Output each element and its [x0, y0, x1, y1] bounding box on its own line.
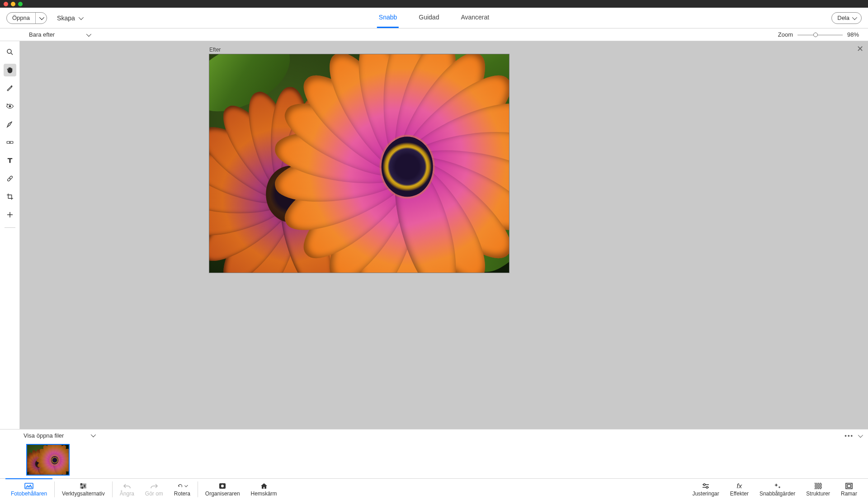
- adjustments-label: Justeringar: [692, 491, 719, 497]
- photo-bin-collapse-button[interactable]: [858, 432, 862, 439]
- move-tool[interactable]: [4, 208, 16, 221]
- rotate-button[interactable]: Rotera: [169, 479, 196, 500]
- spot-heal-tool[interactable]: [4, 172, 16, 185]
- photo-bin-header: Visa öppna filer •••: [0, 429, 868, 441]
- home-button[interactable]: Hemskärm: [245, 479, 283, 500]
- frame-icon: [845, 483, 853, 489]
- organizer-icon: [218, 482, 226, 490]
- chevron-down-icon: [852, 14, 857, 19]
- view-mode-dropdown[interactable]: Bara efter: [29, 31, 90, 38]
- document-thumbnail[interactable]: [26, 444, 70, 476]
- share-label: Dela: [837, 14, 849, 21]
- svg-point-13: [703, 484, 705, 486]
- photo-bin-label: Fotobehållaren: [11, 491, 47, 497]
- tab-quick[interactable]: Snabb: [377, 8, 399, 28]
- text-icon: [6, 156, 14, 165]
- organizer-label: Organiseraren: [205, 491, 240, 497]
- create-button[interactable]: Skapa: [57, 14, 82, 22]
- redo-button[interactable]: Gör om: [140, 479, 169, 500]
- crop-tool[interactable]: [4, 190, 16, 203]
- tab-advanced[interactable]: Avancerat: [459, 8, 491, 28]
- textures-button[interactable]: Strukturer: [801, 479, 835, 500]
- zoom-tool[interactable]: [4, 46, 16, 58]
- chevron-down-icon: [86, 31, 91, 36]
- zoom-control: Zoom 98%: [778, 31, 859, 38]
- whiten-teeth-tool[interactable]: [4, 118, 16, 131]
- photo-bin-more-button[interactable]: •••: [844, 432, 854, 439]
- mode-tabs: Snabb Guidad Avancerat: [377, 8, 491, 28]
- svg-rect-18: [846, 483, 852, 489]
- crop-icon: [6, 193, 14, 201]
- main-area: ✕ Efter: [0, 41, 868, 429]
- top-toolbar: Öppna Skapa Snabb Guidad Avancerat Dela: [0, 8, 868, 28]
- window-titlebar: [0, 0, 868, 8]
- brush-icon: [6, 120, 14, 128]
- svg-rect-17: [815, 483, 822, 489]
- share-button[interactable]: Dela: [831, 12, 862, 24]
- svg-point-6: [9, 178, 10, 179]
- create-label: Skapa: [57, 14, 75, 22]
- adjustments-button[interactable]: Justeringar: [687, 479, 724, 500]
- chevron-down-icon: [79, 14, 84, 19]
- magnifier-icon: [6, 48, 14, 56]
- svg-point-8: [81, 483, 82, 485]
- level-icon: [6, 138, 14, 146]
- svg-point-10: [82, 487, 83, 488]
- plus-move-icon: [6, 211, 14, 219]
- rotate-label: Rotera: [174, 491, 190, 497]
- photo-bin-toggle[interactable]: Fotobehållaren: [5, 478, 52, 500]
- effects-button[interactable]: fx Effekter: [725, 479, 754, 500]
- home-label: Hemskärm: [251, 491, 277, 497]
- chevron-down-icon: [858, 432, 863, 437]
- frames-label: Ramar: [841, 491, 857, 497]
- texture-icon: [815, 483, 822, 489]
- view-mode-label: Bara efter: [29, 31, 55, 38]
- document-canvas[interactable]: [209, 54, 509, 273]
- fx-icon: fx: [736, 482, 742, 490]
- straighten-tool[interactable]: [4, 136, 16, 149]
- svg-point-14: [706, 486, 708, 488]
- zoom-label: Zoom: [778, 31, 793, 38]
- open-button[interactable]: Öppna: [7, 14, 35, 21]
- zoom-slider[interactable]: [797, 32, 843, 38]
- chevron-down-icon: [91, 432, 96, 437]
- maximize-window-button[interactable]: [18, 2, 23, 6]
- undo-icon: [123, 483, 131, 489]
- svg-point-2: [9, 105, 11, 107]
- hand-tool[interactable]: [4, 64, 16, 76]
- svg-rect-5: [7, 176, 13, 182]
- close-document-button[interactable]: ✕: [857, 44, 863, 54]
- tool-options-button[interactable]: Verktygsalternativ: [57, 479, 110, 500]
- redo-icon: [150, 483, 158, 489]
- chevron-down-icon: [184, 483, 188, 486]
- canvas-area: ✕ Efter: [20, 41, 868, 429]
- adjustments-icon: [702, 483, 710, 489]
- undo-button[interactable]: Ångra: [114, 479, 140, 500]
- textures-label: Strukturer: [806, 491, 830, 497]
- photo-bin-icon: [24, 483, 33, 489]
- svg-rect-19: [847, 485, 851, 487]
- quick-select-tool[interactable]: [4, 82, 16, 94]
- tab-guided[interactable]: Guidad: [417, 8, 441, 28]
- open-files-dropdown[interactable]: Visa öppna filer: [24, 432, 94, 439]
- rotate-icon: [178, 483, 183, 489]
- organizer-button[interactable]: Organiseraren: [200, 479, 245, 500]
- photo-bin-body: [0, 441, 868, 478]
- svg-point-12: [221, 485, 224, 487]
- open-dropdown-button[interactable]: [35, 13, 47, 24]
- photo-bin: Visa öppna filer •••: [0, 429, 868, 478]
- toolbar-separator: [5, 227, 15, 228]
- minimize-window-button[interactable]: [11, 2, 15, 6]
- canvas-view-label: Efter: [209, 47, 221, 53]
- frames-button[interactable]: Ramar: [835, 479, 863, 500]
- close-window-button[interactable]: [4, 2, 8, 6]
- redo-label: Gör om: [145, 491, 163, 497]
- svg-point-0: [7, 49, 11, 53]
- text-tool[interactable]: [4, 154, 16, 167]
- zoom-value: 98%: [847, 31, 859, 38]
- quick-actions-button[interactable]: Snabbåtgärder: [754, 479, 801, 500]
- undo-label: Ångra: [120, 491, 134, 497]
- tool-sidebar: [0, 41, 20, 429]
- svg-line-1: [11, 53, 13, 55]
- redeye-tool[interactable]: [4, 100, 16, 113]
